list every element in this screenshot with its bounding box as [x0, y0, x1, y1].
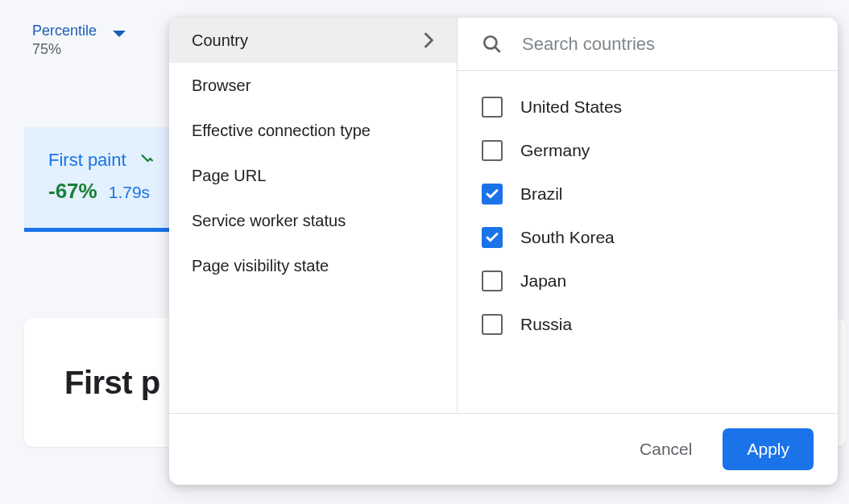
popover-footer: Cancel Apply: [169, 413, 838, 485]
category-label: Service worker status: [192, 212, 346, 230]
option-label: Germany: [520, 141, 590, 160]
category-label: Country: [192, 31, 248, 50]
search-input[interactable]: [522, 34, 814, 55]
option-item[interactable]: Russia: [458, 303, 838, 346]
option-label: Japan: [520, 271, 566, 291]
metric-title: First paint: [48, 150, 126, 171]
category-item[interactable]: Page visibility state: [169, 243, 457, 288]
option-label: Brazil: [520, 184, 563, 204]
search-icon: [482, 34, 503, 55]
category-panel: CountryBrowserEffective connection typeP…: [169, 18, 458, 413]
percentile-text: Percentile 75%: [32, 23, 97, 58]
options-list: United StatesGermanyBrazilSouth KoreaJap…: [458, 71, 838, 413]
option-item[interactable]: Japan: [458, 259, 838, 303]
checkbox[interactable]: [482, 271, 503, 291]
svg-line-1: [495, 47, 500, 52]
category-item[interactable]: Service worker status: [169, 198, 457, 243]
checkbox[interactable]: [482, 227, 503, 248]
metric-change: -67%: [48, 179, 97, 204]
apply-button[interactable]: Apply: [723, 428, 814, 470]
option-item[interactable]: Brazil: [458, 172, 838, 216]
percentile-value: 75%: [32, 41, 97, 58]
checkbox[interactable]: [482, 184, 503, 204]
category-item[interactable]: Page URL: [169, 153, 457, 198]
cancel-button[interactable]: Cancel: [633, 432, 698, 467]
category-item[interactable]: Effective connection type: [169, 108, 457, 153]
checkbox[interactable]: [482, 314, 503, 335]
option-item[interactable]: Germany: [458, 129, 838, 172]
category-label: Browser: [192, 76, 251, 95]
option-label: United States: [520, 97, 622, 117]
chevron-right-icon: [423, 31, 434, 49]
trend-down-icon: [139, 151, 154, 169]
option-label: Russia: [520, 315, 572, 334]
filter-popover: CountryBrowserEffective connection typeP…: [169, 18, 838, 485]
category-label: Page visibility state: [192, 257, 329, 275]
category-label: Page URL: [192, 167, 266, 185]
percentile-label: Percentile: [32, 23, 97, 39]
option-label: South Korea: [520, 228, 615, 247]
option-item[interactable]: South Korea: [458, 216, 838, 259]
search-row: [458, 18, 838, 71]
option-item[interactable]: United States: [458, 85, 838, 129]
percentile-dropdown[interactable]: Percentile 75%: [32, 23, 126, 58]
category-label: Effective connection type: [192, 122, 371, 140]
options-panel: United StatesGermanyBrazilSouth KoreaJap…: [458, 18, 838, 413]
metric-time: 1.79s: [109, 183, 150, 202]
chevron-down-icon: [113, 31, 126, 37]
svg-point-0: [484, 36, 496, 48]
checkbox[interactable]: [482, 140, 503, 161]
category-item[interactable]: Country: [169, 18, 457, 63]
checkbox[interactable]: [482, 97, 503, 118]
category-item[interactable]: Browser: [169, 63, 457, 108]
bottom-card-title: First p: [64, 365, 160, 401]
popover-body: CountryBrowserEffective connection typeP…: [169, 18, 838, 413]
